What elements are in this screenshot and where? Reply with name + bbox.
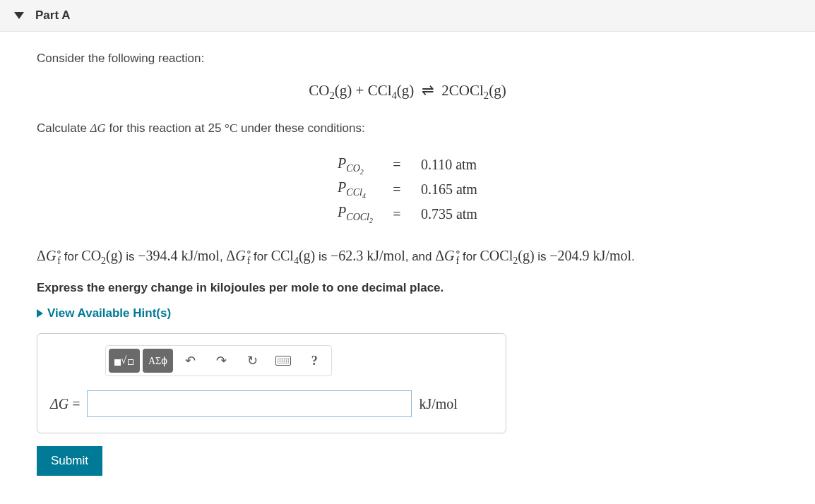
calc-suffix: under these conditions: — [237, 121, 365, 135]
condition-value: 0.165 atm — [412, 178, 486, 201]
templates-button[interactable]: √ — [109, 349, 140, 373]
content: Consider the following reaction: CO2(g) … — [0, 32, 815, 490]
undo-button[interactable]: ↶ — [176, 349, 204, 373]
gibbs-v3: −204.9 kJ/mol — [549, 248, 631, 263]
answer-label: ΔG = — [50, 396, 80, 412]
condition-symbol: PCOCl2 — [329, 203, 381, 226]
answer-row: ΔG = kJ/mol — [50, 390, 493, 417]
redo-button[interactable]: ↷ — [207, 349, 235, 373]
t: for — [61, 250, 81, 263]
table-row: PCCl4 = 0.165 atm — [329, 178, 486, 201]
deg-c: °C — [225, 121, 237, 135]
greek-button[interactable]: ΑΣϕ — [143, 349, 173, 373]
gibbs-values: ΔG∘f for CO2(g) is −394.4 kJ/mol, ΔG∘f f… — [37, 243, 778, 270]
hints-label: View Available Hint(s) — [47, 306, 171, 320]
view-hints-link[interactable]: View Available Hint(s) — [37, 306, 778, 320]
chevron-right-icon — [37, 309, 43, 318]
condition-symbol: PCCl4 — [329, 178, 381, 201]
equals: = — [383, 154, 411, 177]
calc-mid: for this reaction at 25 — [106, 121, 225, 135]
delta-g-symbol: ΔG — [90, 121, 106, 135]
calc-line: Calculate ΔG for this reaction at 25 °C … — [37, 119, 778, 138]
collapse-icon — [14, 12, 24, 19]
answer-box: √ ΑΣϕ ↶ ↷ ↻ ? ΔG = kJ/mol — [37, 333, 506, 433]
t: , and — [405, 250, 436, 263]
condition-symbol: PCO2 — [329, 154, 381, 177]
help-button[interactable]: ? — [300, 349, 328, 373]
condition-value: 0.735 atm — [412, 203, 486, 226]
conditions-table: PCO2 = 0.110 atm PCCl4 = 0.165 atm PCOCl… — [328, 152, 487, 227]
calc-prefix: Calculate — [37, 121, 90, 135]
intro-text: Consider the following reaction: — [37, 49, 778, 68]
table-row: PCO2 = 0.110 atm — [329, 154, 486, 177]
keyboard-button[interactable] — [269, 349, 297, 373]
answer-unit: kJ/mol — [419, 396, 457, 412]
t: . — [631, 250, 635, 263]
t: is — [535, 250, 550, 263]
table-row: PCOCl2 = 0.735 atm — [329, 203, 486, 226]
gibbs-v1: −394.4 kJ/mol — [138, 248, 220, 263]
t: is — [122, 250, 138, 263]
gibbs-v2: −62.3 kJ/mol — [331, 248, 405, 263]
t: for — [459, 250, 480, 263]
part-title: Part A — [35, 8, 70, 23]
reaction-equation: CO2(g) + CCl4(g) ⇌ 2COCl2(g) — [37, 82, 778, 102]
instruction: Express the energy change in kilojoules … — [37, 281, 778, 295]
reset-button[interactable]: ↻ — [238, 349, 266, 373]
t: for — [250, 250, 270, 263]
condition-value: 0.110 atm — [412, 154, 486, 177]
submit-button[interactable]: Submit — [37, 446, 102, 476]
equals: = — [383, 203, 411, 226]
equals: = — [383, 178, 411, 201]
answer-input[interactable] — [87, 390, 412, 417]
part-header[interactable]: Part A — [0, 0, 815, 32]
formula-toolbar: √ ΑΣϕ ↶ ↷ ↻ ? — [105, 345, 332, 376]
keyboard-icon — [275, 356, 291, 366]
template-icon: √ — [114, 354, 134, 367]
t: is — [315, 250, 331, 263]
t: , — [220, 250, 226, 263]
